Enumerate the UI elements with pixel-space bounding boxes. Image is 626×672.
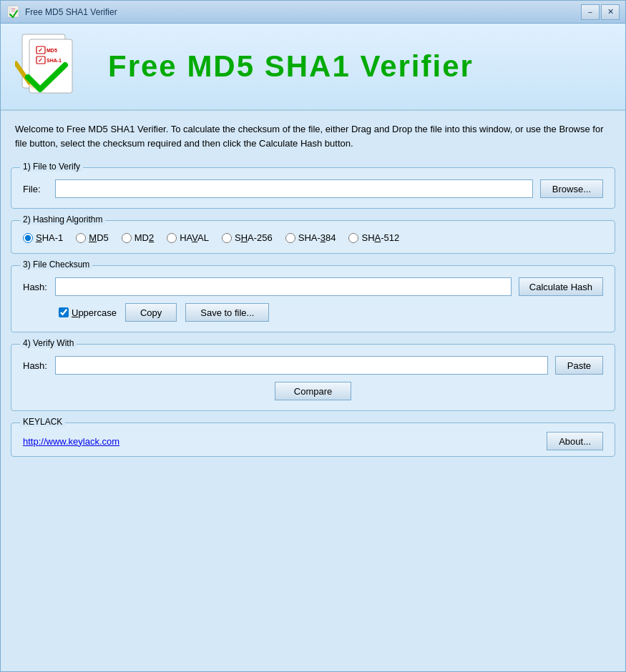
main-window: MD5 SHA1 Free MD5 SHA1 Verifier − ✕ xyxy=(0,0,626,672)
compare-button[interactable]: Compare xyxy=(275,382,351,400)
compare-row: Compare xyxy=(23,382,603,400)
algo-sha1-label: SHA-1 xyxy=(36,232,63,243)
uppercase-label: Uppercase xyxy=(72,307,117,318)
minimize-button[interactable]: − xyxy=(581,4,600,20)
svg-text:✓: ✓ xyxy=(38,47,43,54)
checksum-section-title: 3) File Checksum xyxy=(20,260,92,270)
svg-text:SHA1: SHA1 xyxy=(11,10,16,11)
svg-text:MD5: MD5 xyxy=(47,48,57,53)
algo-sha512-radio[interactable] xyxy=(348,233,358,243)
header-title: Free MD5 SHA1 Verifier xyxy=(108,49,474,84)
algo-sha1-radio[interactable] xyxy=(23,233,33,243)
algo-haval[interactable]: HAVAL xyxy=(167,232,209,243)
file-input[interactable] xyxy=(55,179,533,198)
copy-button[interactable]: Copy xyxy=(125,303,177,322)
algorithm-row: SHA-1 MD5 MD2 HAVAL SHA-256 SHA-384 xyxy=(23,232,603,243)
file-section-title: 1) File to Verify xyxy=(20,162,83,172)
algorithm-section-title: 2) Hashing Algorithm xyxy=(20,214,105,224)
hash-label: Hash: xyxy=(23,282,48,292)
verify-row: Hash: Paste xyxy=(23,356,603,375)
file-label: File: xyxy=(23,184,48,194)
algo-sha384[interactable]: SHA-384 xyxy=(285,232,336,243)
checksum-section: 3) File Checksum Hash: Calculate Hash Up… xyxy=(11,265,615,332)
about-button[interactable]: About... xyxy=(547,432,603,450)
algo-haval-label: HAVAL xyxy=(180,232,209,243)
footer-section: KEYLACK http://www.keylack.com About... xyxy=(11,423,615,457)
app-icon: MD5 SHA1 xyxy=(6,5,21,19)
hash-row: Hash: Calculate Hash xyxy=(23,277,603,296)
footer-row: http://www.keylack.com About... xyxy=(23,432,603,450)
header-banner: ✓ MD5 ✓ SHA-1 Free MD5 SHA1 Verifier xyxy=(1,24,625,111)
footer-section-title: KEYLACK xyxy=(20,417,65,427)
app-logo: ✓ MD5 ✓ SHA-1 xyxy=(15,31,108,102)
verify-section-title: 4) Verify With xyxy=(20,338,77,348)
algo-sha512[interactable]: SHA-512 xyxy=(348,232,399,243)
algo-sha384-label: SHA-384 xyxy=(298,232,336,243)
algo-sha256-radio[interactable] xyxy=(222,233,232,243)
algo-haval-radio[interactable] xyxy=(167,233,177,243)
algo-md5-label: MD5 xyxy=(89,232,108,243)
close-button[interactable]: ✕ xyxy=(601,4,620,20)
save-to-file-button[interactable]: Save to file... xyxy=(185,303,269,322)
algo-md2[interactable]: MD2 xyxy=(122,232,154,243)
window-title: Free MD5 SHA1 Verifier xyxy=(25,7,581,17)
checksum-controls: Uppercase Copy Save to file... xyxy=(23,303,603,322)
algo-sha256[interactable]: SHA-256 xyxy=(222,232,273,243)
algo-sha384-radio[interactable] xyxy=(285,233,295,243)
algo-sha1[interactable]: SHA-1 xyxy=(23,232,63,243)
algorithm-section: 2) Hashing Algorithm SHA-1 MD5 MD2 HAVAL… xyxy=(11,220,615,254)
verify-hash-input[interactable] xyxy=(55,356,548,375)
titlebar-buttons: − ✕ xyxy=(581,4,620,20)
uppercase-checkbox-item[interactable]: Uppercase xyxy=(59,307,117,318)
verify-section: 4) Verify With Hash: Paste Compare xyxy=(11,344,615,411)
algo-md5[interactable]: MD5 xyxy=(76,232,108,243)
file-section: 1) File to Verify File: Browse... xyxy=(11,167,615,209)
uppercase-checkbox[interactable] xyxy=(59,307,69,317)
algo-md2-label: MD2 xyxy=(135,232,154,243)
verify-hash-label: Hash: xyxy=(23,360,48,371)
keylack-link[interactable]: http://www.keylack.com xyxy=(23,436,119,447)
hash-input[interactable] xyxy=(55,277,512,296)
file-row: File: Browse... xyxy=(23,179,603,198)
svg-text:✓: ✓ xyxy=(38,57,43,64)
browse-button[interactable]: Browse... xyxy=(540,179,603,198)
paste-button[interactable]: Paste xyxy=(555,356,603,375)
welcome-text: Welcome to Free MD5 SHA1 Verifier. To ca… xyxy=(1,111,625,162)
titlebar: MD5 SHA1 Free MD5 SHA1 Verifier − ✕ xyxy=(1,1,625,24)
algo-md5-radio[interactable] xyxy=(76,233,86,243)
algo-sha512-label: SHA-512 xyxy=(361,232,399,243)
svg-text:SHA-1: SHA-1 xyxy=(47,58,62,63)
calculate-hash-button[interactable]: Calculate Hash xyxy=(519,277,603,296)
algo-sha256-label: SHA-256 xyxy=(235,232,273,243)
algo-md2-radio[interactable] xyxy=(122,233,132,243)
